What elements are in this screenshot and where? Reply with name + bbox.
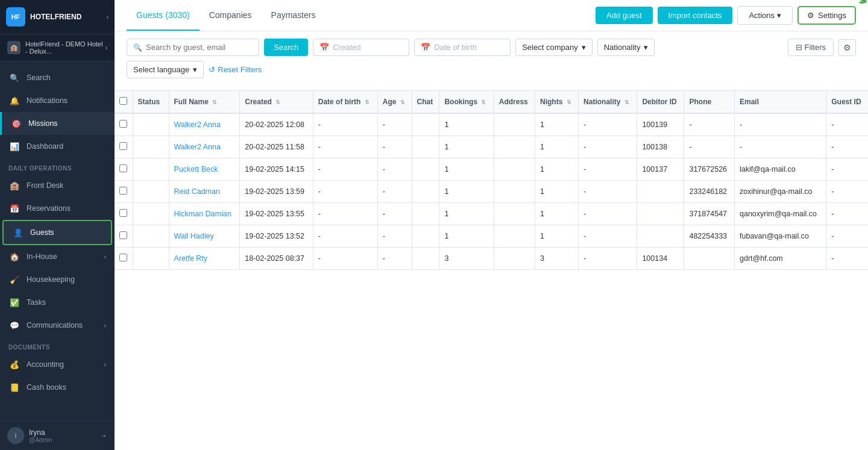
select-all-checkbox-header[interactable] — [115, 91, 133, 113]
cell-email: - — [735, 136, 826, 158]
col-dob[interactable]: Date of birth ⇅ — [313, 91, 377, 113]
cell-debitor-id: 100139 — [637, 113, 684, 136]
sidebar-item-accounting[interactable]: 💰 Accounting › — [0, 353, 115, 376]
cell-chat — [412, 158, 439, 181]
guests-table-container: Status Full Name ⇅ Created ⇅ Date of bir… — [115, 91, 868, 450]
sidebar-item-communications[interactable]: 💬 Communications › — [0, 314, 115, 337]
row-checkbox-cell[interactable] — [115, 158, 133, 181]
sidebar-item-cash-books[interactable]: 📒 Cash books — [0, 376, 115, 399]
sidebar-label-communications: Communications — [27, 321, 83, 330]
sidebar-label-front-desk: Front Desk — [27, 181, 63, 190]
main-content: Guests (3030) Companies Paymasters Add g… — [115, 0, 868, 450]
sidebar-item-reservations[interactable]: 📅 Reservations — [0, 197, 115, 220]
accounting-arrow-icon: › — [104, 361, 106, 368]
tab-guests[interactable]: Guests (3030) — [127, 0, 200, 31]
cell-dob: - — [313, 203, 377, 225]
settings-button[interactable]: ⚙ Settings — [797, 6, 856, 25]
row-checkbox-cell[interactable] — [115, 203, 133, 225]
filters-button[interactable]: ⊟ Filters — [788, 39, 834, 56]
sidebar-logo[interactable]: HF HOTELFRIEND ‹ — [0, 0, 115, 34]
language-dropdown[interactable]: Select language ▾ — [127, 61, 204, 78]
row-checkbox-cell[interactable] — [115, 136, 133, 158]
footer-role: @Admin — [29, 437, 100, 443]
cell-address — [494, 203, 535, 225]
full-name-sort-icon: ⇅ — [212, 99, 217, 105]
row-checkbox-cell[interactable] — [115, 248, 133, 270]
front-desk-icon: 🏨 — [8, 180, 20, 192]
cell-dob: - — [313, 225, 377, 248]
cell-nationality: - — [579, 158, 637, 181]
search-button[interactable]: Search — [264, 39, 308, 56]
select-all-checkbox[interactable] — [119, 97, 127, 105]
nights-sort-icon: ⇅ — [567, 99, 571, 105]
cell-address — [494, 181, 535, 203]
col-full-name[interactable]: Full Name ⇅ — [169, 91, 240, 113]
col-created[interactable]: Created ⇅ — [240, 91, 313, 113]
cell-dob: - — [313, 158, 377, 181]
actions-button[interactable]: Actions ▾ — [737, 6, 793, 25]
sidebar-item-dashboard[interactable]: 📊 Dashboard — [0, 135, 115, 158]
table-row: Puckett Beck 19-02-2025 14:15 - - 1 1 - … — [115, 158, 868, 181]
cell-status — [133, 248, 169, 270]
sidebar-item-housekeeping[interactable]: 🧹 Housekeeping — [0, 268, 115, 291]
tab-paymasters[interactable]: Paymasters — [262, 0, 326, 31]
search-input-wrap[interactable]: 🔍 — [127, 39, 259, 56]
company-chevron-icon: ▾ — [582, 43, 586, 52]
cell-nationality: - — [579, 248, 637, 270]
sidebar-item-in-house[interactable]: 🏠 In-House › — [0, 245, 115, 268]
cell-full-name[interactable]: Puckett Beck — [169, 158, 240, 181]
in-house-icon: 🏠 — [8, 251, 20, 263]
search-input[interactable] — [146, 43, 253, 52]
sidebar-item-front-desk[interactable]: 🏨 Front Desk — [0, 174, 115, 197]
reset-filters-button[interactable]: ↺ Reset Filters — [209, 65, 262, 74]
import-contacts-button[interactable]: Import contacts — [658, 7, 733, 24]
cell-full-name[interactable]: Reid Cadman — [169, 181, 240, 203]
table-row: Walker2 Anna 20-02-2025 12:08 - - 1 1 - … — [115, 113, 868, 136]
nationality-dropdown[interactable]: Nationality ▾ — [597, 39, 655, 56]
sidebar-item-notifications[interactable]: 🔔 Notifications — [0, 89, 115, 112]
row-checkbox-cell[interactable] — [115, 113, 133, 136]
sidebar-item-search[interactable]: 🔍 Search — [0, 66, 115, 89]
cell-full-name[interactable]: Aretfe Rty — [169, 248, 240, 270]
col-nights[interactable]: Nights ⇅ — [535, 91, 579, 113]
tab-companies[interactable]: Companies — [200, 0, 262, 31]
col-nationality[interactable]: Nationality ⇅ — [579, 91, 637, 113]
row-checkbox[interactable] — [119, 187, 127, 195]
footer-arrow-icon[interactable]: → — [100, 431, 107, 440]
sidebar-label-tasks: Tasks — [27, 298, 46, 307]
dob-date-input[interactable]: 📅 Date of birth — [414, 39, 511, 56]
col-address: Address — [494, 91, 535, 113]
row-checkbox-cell[interactable] — [115, 225, 133, 248]
dashboard-icon: 📊 — [8, 140, 20, 152]
cell-nights: 1 — [535, 136, 579, 158]
row-checkbox[interactable] — [119, 254, 127, 261]
row-checkbox[interactable] — [119, 209, 127, 217]
cell-address — [494, 113, 535, 136]
col-status: Status — [133, 91, 169, 113]
cell-full-name[interactable]: Walker2 Anna — [169, 136, 240, 158]
cell-age: - — [377, 248, 412, 270]
add-guest-button[interactable]: Add guest — [596, 7, 653, 24]
col-age[interactable]: Age ⇅ — [377, 91, 412, 113]
created-date-input[interactable]: 📅 Created — [313, 39, 409, 56]
row-checkbox[interactable] — [119, 164, 127, 172]
column-settings-icon[interactable]: ⚙ — [838, 39, 856, 56]
sidebar-collapse-icon[interactable]: ‹ — [107, 14, 108, 20]
sidebar-item-missions[interactable]: 🎯 Missions — [0, 112, 115, 135]
hotel-info[interactable]: 🏨 HotelFriend - DEMO Hotel - Delux... › — [0, 34, 115, 61]
cell-guest-id: - — [826, 203, 868, 225]
avatar: I — [7, 427, 24, 444]
row-checkbox[interactable] — [119, 120, 127, 128]
dob-calendar-icon: 📅 — [421, 43, 430, 52]
table-header: Status Full Name ⇅ Created ⇅ Date of bir… — [115, 91, 868, 113]
col-bookings[interactable]: Bookings ⇅ — [439, 91, 494, 113]
row-checkbox-cell[interactable] — [115, 181, 133, 203]
sidebar-item-guests[interactable]: 👤 Guests — [2, 220, 112, 245]
row-checkbox[interactable] — [119, 142, 127, 150]
row-checkbox[interactable] — [119, 231, 127, 239]
cell-full-name[interactable]: Walker2 Anna — [169, 113, 240, 136]
sidebar-item-tasks[interactable]: ✅ Tasks — [0, 291, 115, 314]
cell-full-name[interactable]: Wall Hadley — [169, 225, 240, 248]
cell-full-name[interactable]: Hickman Damian — [169, 203, 240, 225]
select-company-dropdown[interactable]: Select company ▾ — [515, 39, 593, 56]
